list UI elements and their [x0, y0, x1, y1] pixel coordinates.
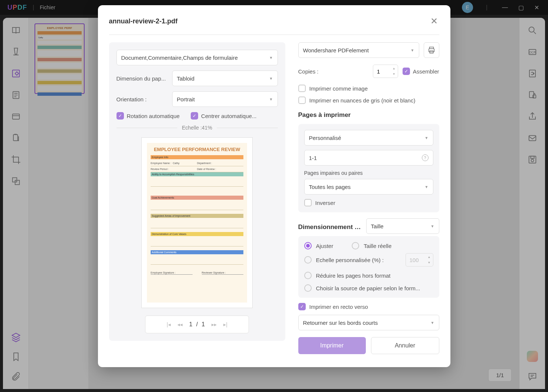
first-page-button[interactable]: |◂: [167, 321, 171, 327]
custom-scale-input[interactable]: 100▲▼: [406, 253, 433, 267]
modal-title: annual-review-2-1.pdf: [109, 17, 178, 25]
shrink-radio[interactable]: Réduire les pages hors format: [304, 272, 433, 279]
sizing-heading: Dimensionnement et gestio...: [298, 223, 362, 231]
print-grayscale-checkbox[interactable]: Imprimer en nuances de gris (noir et bla…: [298, 97, 439, 104]
actual-size-radio[interactable]: Taille réelle: [352, 242, 391, 249]
pages-heading: Pages à imprimer: [298, 111, 439, 119]
copies-input[interactable]: 1▲▼: [373, 65, 398, 78]
fit-radio[interactable]: Ajuster: [304, 242, 334, 249]
duplex-checkbox[interactable]: ✓Imprimer en recto verso: [298, 303, 439, 310]
preview-paginator: |◂ ◂◂ 1/1 ▸▸ ▸|: [145, 316, 249, 333]
flip-select[interactable]: Retourner sur les bords courts▼: [298, 315, 439, 330]
pages-range-input[interactable]: 1-1?: [304, 150, 433, 166]
auto-center-checkbox[interactable]: ✓Centrer automatique...: [191, 112, 256, 120]
orientation-select[interactable]: Portrait▼: [172, 91, 278, 107]
reverse-checkbox[interactable]: Inverser: [304, 199, 433, 206]
svg-rect-15: [429, 47, 433, 49]
custom-scale-radio[interactable]: Echelle personnalisée (%) : 100▲▼: [304, 253, 433, 267]
close-icon[interactable]: ✕: [429, 14, 439, 28]
printer-select[interactable]: Wondershare PDFelement▼: [298, 42, 419, 58]
prev-page-button[interactable]: ◂◂: [177, 321, 183, 327]
cancel-button[interactable]: Annuler: [371, 337, 439, 354]
printer-settings-icon[interactable]: [424, 42, 439, 58]
paper-select[interactable]: Tabloid▼: [172, 71, 278, 86]
copies-label: Copies :: [298, 68, 319, 75]
modal-overlay: annual-review-2-1.pdf ✕ Document,Comment…: [0, 0, 548, 392]
orientation-label: Orientation :: [117, 96, 168, 102]
auto-rotate-checkbox[interactable]: ✓Rotation automatique: [117, 112, 180, 120]
collate-checkbox[interactable]: ✓Assembler: [403, 68, 439, 75]
pages-mode-select[interactable]: Personnalisé▼: [304, 130, 433, 146]
sizing-select[interactable]: Taille▼: [366, 218, 439, 234]
next-page-button[interactable]: ▸▸: [211, 321, 217, 327]
print-as-image-checkbox[interactable]: Imprimer comme image: [298, 85, 439, 92]
last-page-button[interactable]: ▸|: [223, 321, 227, 327]
print-dialog: annual-review-2-1.pdf ✕ Document,Comment…: [98, 5, 450, 367]
odd-even-label: Pages impaires ou paires: [304, 170, 433, 176]
help-icon[interactable]: ?: [422, 154, 429, 161]
paper-label: Dimension du pap...: [117, 75, 168, 82]
scale-label: Echelle :41%: [177, 125, 217, 131]
print-preview: EMPLOYEE PERFORMANCE REVIEW Employee Inf…: [141, 137, 253, 308]
print-button[interactable]: Imprimer: [298, 337, 366, 354]
odd-even-select[interactable]: Toutes les pages▼: [304, 179, 433, 195]
content-select[interactable]: Document,Commentaire,Champs de formulair…: [117, 50, 278, 65]
choose-source-radio[interactable]: Choisir la source de papier selon le for…: [304, 284, 433, 292]
